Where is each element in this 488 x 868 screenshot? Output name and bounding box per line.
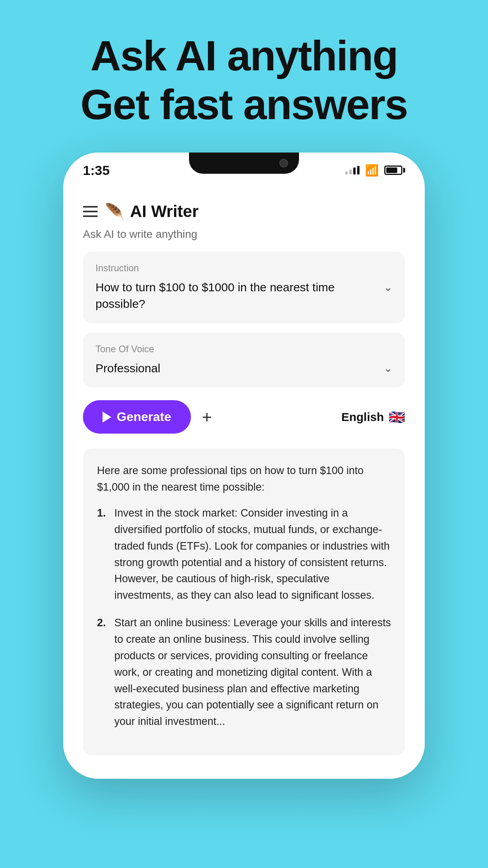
generate-label: Generate (117, 410, 171, 424)
tone-label: Tone Of Voice (95, 344, 393, 355)
tone-content: Professional ⌄ (95, 360, 393, 377)
hero-line1: Ask AI anything (90, 32, 398, 79)
app-subtitle: Ask AI to write anything (83, 228, 405, 241)
list-item: 2. Start an online business: Leverage yo… (97, 615, 391, 730)
app-header: 🪶 AI Writer (83, 188, 405, 228)
instruction-chevron: ⌄ (383, 281, 393, 294)
app-content: 🪶 AI Writer Ask AI to write anything Ins… (63, 188, 425, 779)
app-title-group: 🪶 AI Writer (105, 202, 198, 221)
phone-wrapper: 1:35 📶 (0, 153, 488, 779)
hero-line2: Get fast answers (81, 81, 407, 128)
status-time: 1:35 (83, 163, 110, 178)
result-intro: Here are some professional tips on how t… (97, 463, 391, 496)
instruction-content: How to turn $100 to $1000 in the nearest… (95, 279, 393, 312)
play-icon (103, 412, 111, 423)
result-card: Here are some professional tips on how t… (83, 449, 405, 755)
menu-button[interactable] (83, 206, 98, 217)
action-bar: Generate + English 🇬🇧 (83, 397, 405, 437)
wifi-icon: 📶 (365, 164, 379, 177)
list-num-1: 1. (97, 505, 106, 522)
tone-value: Professional (95, 360, 376, 377)
notch (189, 153, 299, 174)
instruction-card[interactable]: Instruction How to turn $100 to $1000 in… (83, 252, 405, 323)
language-selector[interactable]: English 🇬🇧 (341, 409, 405, 425)
hero-title: Ask AI anything Get fast answers (0, 31, 488, 129)
instruction-value: How to turn $100 to $1000 in the nearest… (95, 279, 376, 312)
status-bar: 1:35 📶 (63, 153, 425, 188)
hero-section: Ask AI anything Get fast answers (0, 0, 488, 153)
status-icons: 📶 (345, 164, 405, 177)
list-num-2: 2. (97, 615, 106, 631)
app-icon: 🪶 (105, 202, 125, 221)
battery-icon (384, 166, 405, 175)
instruction-label: Instruction (95, 263, 393, 274)
list-text-1: Invest in the stock market: Consider inv… (114, 507, 390, 601)
app-title: AI Writer (130, 202, 198, 221)
signal-icon (345, 166, 360, 175)
flag-icon: 🇬🇧 (389, 409, 405, 425)
list-text-2: Start an online business: Leverage your … (114, 617, 391, 727)
tone-card[interactable]: Tone Of Voice Professional ⌄ (83, 333, 405, 388)
front-camera (279, 159, 288, 167)
tone-chevron: ⌄ (383, 362, 393, 375)
result-list: 1. Invest in the stock market: Consider … (97, 505, 391, 730)
list-item: 1. Invest in the stock market: Consider … (97, 505, 391, 604)
add-button[interactable]: + (202, 408, 212, 426)
generate-button[interactable]: Generate (83, 400, 191, 434)
language-label: English (341, 410, 384, 424)
phone-frame: 1:35 📶 (63, 153, 425, 779)
